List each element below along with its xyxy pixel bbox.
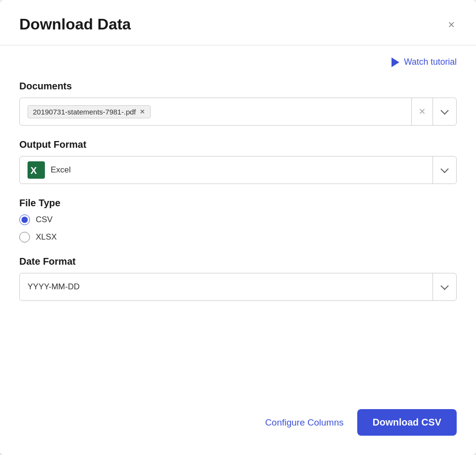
play-icon: [392, 57, 399, 67]
file-type-csv-option[interactable]: CSV: [19, 214, 457, 225]
close-button[interactable]: ×: [446, 16, 457, 33]
chevron-down-icon-3: [441, 282, 449, 290]
download-data-modal: Download Data × Watch tutorial Documents…: [0, 0, 476, 455]
documents-dropdown-button[interactable]: [433, 110, 456, 114]
date-format-dropdown-button[interactable]: [433, 285, 456, 289]
date-format-label: Date Format: [19, 256, 457, 267]
configure-columns-button[interactable]: Configure Columns: [265, 417, 344, 428]
file-type-label: File Type: [19, 198, 457, 209]
excel-icon: X: [28, 161, 45, 179]
download-csv-button[interactable]: Download CSV: [357, 409, 457, 436]
documents-field-inner: 20190731-statements-7981-.pdf ✕: [20, 100, 411, 123]
modal-title: Download Data: [19, 15, 131, 33]
file-type-csv-label: CSV: [36, 215, 53, 225]
svg-text:X: X: [30, 165, 37, 176]
modal-body: Watch tutorial Documents 20190731-statem…: [0, 45, 476, 399]
date-format-value: YYYY-MM-DD: [20, 277, 433, 297]
file-type-csv-radio[interactable]: [19, 214, 30, 225]
document-tag: 20190731-statements-7981-.pdf ✕: [28, 105, 151, 118]
modal-header: Download Data ×: [0, 0, 476, 45]
file-type-xlsx-radio[interactable]: [19, 232, 30, 242]
documents-field: 20190731-statements-7981-.pdf ✕ ✕: [19, 98, 457, 126]
output-format-value: Excel: [51, 165, 71, 175]
file-type-xlsx-label: XLSX: [36, 232, 56, 242]
modal-footer: Configure Columns Download CSV: [0, 399, 476, 455]
file-type-radio-group: CSV XLSX: [19, 214, 457, 242]
file-type-xlsx-option[interactable]: XLSX: [19, 232, 457, 242]
watch-tutorial-row: Watch tutorial: [19, 57, 457, 67]
documents-clear-button[interactable]: ✕: [412, 106, 433, 117]
document-tag-remove[interactable]: ✕: [140, 108, 145, 115]
watch-tutorial-button[interactable]: Watch tutorial: [392, 57, 457, 67]
documents-label: Documents: [19, 81, 457, 92]
chevron-down-icon-2: [441, 165, 449, 173]
output-format-label: Output Format: [19, 139, 457, 150]
output-format-inner: X Excel: [20, 156, 433, 184]
watch-tutorial-label: Watch tutorial: [404, 57, 457, 67]
document-tag-text: 20190731-statements-7981-.pdf: [33, 108, 136, 116]
date-format-field[interactable]: YYYY-MM-DD: [19, 273, 457, 301]
output-format-field[interactable]: X Excel: [19, 156, 457, 184]
file-type-section: File Type CSV XLSX: [19, 198, 457, 242]
date-format-section: Date Format YYYY-MM-DD: [19, 256, 457, 301]
chevron-down-icon: [441, 106, 449, 114]
output-format-dropdown-button[interactable]: [433, 169, 456, 172]
